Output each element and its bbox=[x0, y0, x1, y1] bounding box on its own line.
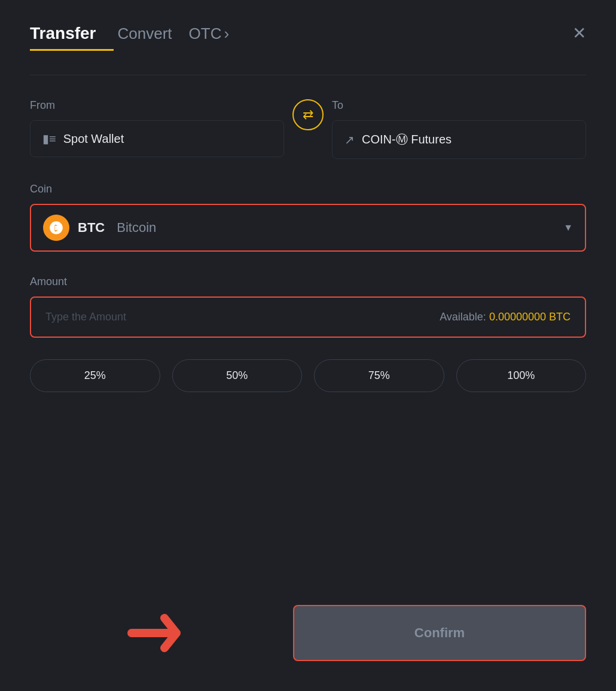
close-button[interactable]: ✕ bbox=[572, 25, 586, 42]
red-arrow-icon bbox=[126, 609, 197, 657]
percentage-buttons: 25% 50% 75% 100% bbox=[30, 359, 586, 392]
pct-100-button[interactable]: 100% bbox=[456, 359, 587, 392]
from-wallet-name: Spot Wallet bbox=[63, 132, 124, 146]
arrow-indicator bbox=[126, 609, 197, 657]
coin-section: Coin BTC Bitcoin ▼ bbox=[30, 183, 586, 252]
available-label: Available: bbox=[440, 311, 486, 323]
amount-label: Amount bbox=[30, 276, 586, 288]
btc-icon bbox=[43, 215, 69, 241]
coin-full-name: Bitcoin bbox=[117, 220, 156, 236]
amount-placeholder: Type the Amount bbox=[45, 311, 126, 323]
to-wallet-name: COIN-Ⓜ Futures bbox=[362, 132, 452, 148]
from-wallet-box[interactable]: ▮≡ Spot Wallet bbox=[30, 120, 284, 157]
tab-transfer[interactable]: Transfer bbox=[30, 24, 96, 43]
active-tab-indicator bbox=[30, 49, 114, 51]
from-column: From ▮≡ Spot Wallet bbox=[30, 99, 284, 157]
confirm-button[interactable]: Confirm bbox=[293, 605, 586, 661]
swap-button[interactable]: ⇄ bbox=[292, 99, 324, 130]
to-wallet-box[interactable]: ↗ COIN-Ⓜ Futures bbox=[332, 120, 586, 159]
amount-section: Amount Type the Amount Available: 0.0000… bbox=[30, 276, 586, 338]
pct-50-button[interactable]: 50% bbox=[172, 359, 303, 392]
from-label: From bbox=[30, 99, 284, 112]
transfer-modal: Transfer Convert OTC › ✕ From ▮≡ Spot Wa… bbox=[0, 0, 616, 691]
header-divider bbox=[30, 75, 586, 75]
futures-icon: ↗ bbox=[344, 133, 355, 147]
modal-header: Transfer Convert OTC › ✕ bbox=[30, 24, 586, 43]
to-label: To bbox=[332, 99, 586, 112]
tab-convert[interactable]: Convert bbox=[118, 25, 172, 43]
confirm-section: Confirm bbox=[30, 605, 586, 661]
amount-input-box[interactable]: Type the Amount Available: 0.00000000 BT… bbox=[30, 296, 586, 338]
to-column: To ↗ COIN-Ⓜ Futures bbox=[332, 99, 586, 159]
coin-select[interactable]: BTC Bitcoin ▼ bbox=[30, 204, 586, 252]
swap-icon: ⇄ bbox=[303, 107, 313, 123]
chevron-down-icon: ▼ bbox=[563, 222, 573, 233]
swap-wrapper: ⇄ bbox=[284, 99, 332, 136]
pct-25-button[interactable]: 25% bbox=[30, 359, 160, 392]
available-amount: 0.00000000 BTC bbox=[489, 311, 571, 323]
coin-label: Coin bbox=[30, 183, 586, 195]
from-to-section: From ▮≡ Spot Wallet ⇄ To ↗ COIN-Ⓜ Future… bbox=[30, 99, 586, 159]
available-text: Available: 0.00000000 BTC bbox=[440, 311, 571, 323]
pct-75-button[interactable]: 75% bbox=[314, 359, 444, 392]
wallet-card-icon: ▮≡ bbox=[42, 132, 56, 146]
coin-symbol: BTC bbox=[78, 220, 105, 236]
tab-otc[interactable]: OTC › bbox=[189, 25, 230, 43]
